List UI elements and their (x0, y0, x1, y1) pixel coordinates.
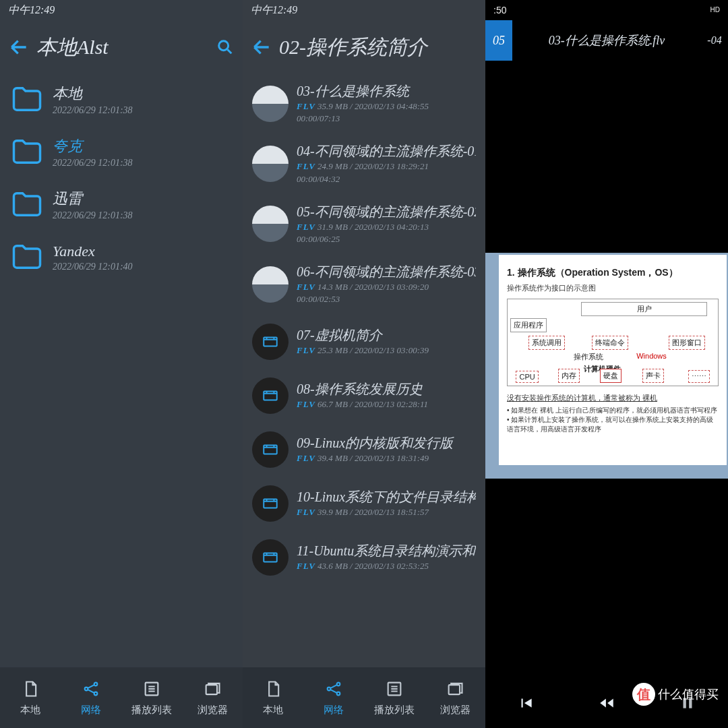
back-icon[interactable] (251, 36, 272, 58)
watermark-badge: 值 (632, 683, 655, 706)
tab-windows[interactable]: 浏览器 (425, 667, 485, 728)
video-title: 03-什么是操作系统 (297, 82, 476, 100)
search-icon[interactable] (216, 38, 235, 57)
tab-label: 网络 (81, 704, 101, 717)
page-title: 本地Alst (36, 34, 109, 61)
svg-point-12 (337, 682, 340, 686)
folder-name: 夸克 (53, 136, 233, 156)
video-row[interactable]: 07-虚拟机简介 FLV 25.3 MB / 2020/02/13 03:00:… (243, 315, 485, 369)
folder-list: 本地 2022/06/29 12:01:38 夸克 2022/06/29 12:… (0, 74, 243, 667)
tab-bar: 本地 网络 播放列表 浏览器 (243, 667, 485, 728)
video-meta: FLV 31.9 MB / 2020/02/13 04:20:1300:00/0… (297, 221, 476, 245)
svg-rect-8 (264, 445, 277, 454)
video-thumb (252, 539, 289, 576)
folder-date: 2022/06/29 12:01:40 (53, 262, 233, 272)
status-bar: 中午12:49 (243, 0, 485, 20)
folder-row[interactable]: 迅雷 2022/06/29 12:01:38 (0, 179, 243, 232)
doc-icon (264, 679, 282, 704)
tab-bar: 本地 网络 播放列表 浏览器 (0, 667, 243, 728)
folder-date: 2022/06/29 12:01:38 (53, 105, 233, 116)
svg-rect-7 (264, 391, 277, 400)
tab-label: 浏览器 (198, 704, 228, 717)
tab-share[interactable]: 网络 (303, 667, 364, 728)
video-row[interactable]: 06-不同领域的主流操作系统-03-嵌统 FLV 14.3 MB / 2020/… (243, 255, 485, 315)
status-bar: :50 HD (485, 0, 728, 20)
back-icon[interactable] (8, 36, 30, 58)
folder-row[interactable]: 夸克 2022/06/29 12:01:38 (0, 127, 243, 179)
svg-rect-15 (449, 685, 460, 694)
video-row[interactable]: 05-不同领域的主流操作系统-02-服统 FLV 31.9 MB / 2020/… (243, 195, 485, 255)
slide-note: 没有安装操作系统的计算机，通常被称为 裸机 (507, 393, 719, 403)
tab-label: 本地 (263, 704, 283, 717)
video-meta: FLV 66.7 MB / 2020/02/13 02:28:11 (297, 398, 476, 411)
video-thumb (252, 324, 289, 360)
svg-point-2 (94, 682, 98, 686)
video-player-pane: :50 HD 05 03-什么是操作系统.flv -04 1. 操作系统（Ope… (485, 0, 728, 728)
tab-label: 浏览器 (440, 704, 471, 717)
video-title: 05-不同领域的主流操作系统-02-服统 (297, 203, 476, 221)
watermark: 值 什么值得买 (628, 681, 723, 708)
tab-doc[interactable]: 本地 (0, 667, 61, 728)
svg-rect-9 (264, 499, 277, 508)
folder-name: 本地 (53, 84, 233, 104)
tab-windows[interactable]: 浏览器 (182, 667, 243, 728)
video-row[interactable]: 03-什么是操作系统 FLV 35.9 MB / 2020/02/13 04:4… (243, 74, 485, 134)
folder-row[interactable]: Yandex 2022/06/29 12:01:40 (0, 232, 243, 284)
video-thumb (252, 485, 289, 522)
video-title: 09-Linux的内核版和发行版 (297, 434, 476, 452)
time: :50 (493, 0, 506, 20)
tab-share[interactable]: 网络 (61, 667, 121, 728)
video-title: 11-Ubuntu系统目录结构演示和简介 (297, 542, 476, 560)
video-thumb (252, 266, 289, 303)
os-diagram: 用户 应用程序 系统调用 终端命令 图形窗口 操作系统 Windows 计算机硬… (507, 299, 719, 386)
windows-icon (446, 679, 464, 704)
header: 02-操作系统简介 (243, 20, 485, 74)
video-list: 03-什么是操作系统 FLV 35.9 MB / 2020/02/13 04:4… (243, 74, 485, 667)
tab-label: 播放列表 (374, 704, 415, 717)
svg-rect-6 (264, 337, 277, 346)
video-thumb (252, 431, 289, 468)
prev-track-icon[interactable] (517, 694, 535, 715)
tab-list[interactable]: 播放列表 (364, 667, 425, 728)
page-title: 02-操作系统简介 (279, 34, 427, 61)
video-frame[interactable]: 1. 操作系统（Operation System，OS） 操作系统作为接口的示意… (485, 253, 728, 479)
title-bar: 05 03-什么是操作系统.flv -04 (485, 20, 728, 61)
signal-icon: HD (710, 0, 720, 20)
header: 本地Alst (0, 20, 243, 74)
video-list-pane: 中午12:49 02-操作系统简介 03-什么是操作系统 FLV 35.9 MB… (243, 0, 485, 728)
tab-list[interactable]: 播放列表 (121, 667, 182, 728)
windows-icon (203, 679, 222, 704)
video-row[interactable]: 09-Linux的内核版和发行版 FLV 39.4 MB / 2020/02/1… (243, 423, 485, 477)
svg-point-3 (94, 692, 98, 695)
folder-name: Yandex (53, 243, 233, 260)
folder-date: 2022/06/29 12:01:38 (53, 210, 233, 221)
share-icon (324, 679, 343, 704)
next-video-tab[interactable]: -04 (701, 34, 728, 47)
video-row[interactable]: 04-不同领域的主流操作系统-01-桌 FLV 24.9 MB / 2020/0… (243, 134, 485, 194)
slide-content: 1. 操作系统（Operation System，OS） 操作系统作为接口的示意… (499, 255, 727, 465)
svg-point-13 (337, 692, 340, 695)
video-thumb (252, 377, 289, 414)
folder-pane: 中午12:49 本地Alst 本地 2022/06/29 12:01:38 夸克… (0, 0, 243, 728)
rewind-icon[interactable] (598, 694, 615, 715)
video-meta: FLV 39.9 MB / 2020/02/13 18:51:57 (297, 506, 476, 518)
svg-point-0 (219, 41, 229, 51)
tab-doc[interactable]: 本地 (243, 667, 303, 728)
slide-sub: 操作系统作为接口的示意图 (507, 283, 719, 293)
tab-label: 本地 (20, 704, 40, 717)
list-icon (385, 679, 404, 704)
video-title: 06-不同领域的主流操作系统-03-嵌统 (297, 263, 476, 281)
video-row[interactable]: 08-操作系统发展历史 FLV 66.7 MB / 2020/02/13 02:… (243, 369, 485, 423)
folder-name: 迅雷 (53, 189, 233, 209)
video-thumb (252, 86, 289, 122)
slide-bullet: • 如果计算机上安装了操作系统，就可以在操作系统上安装支持的高级语言环境，用高级… (507, 415, 719, 434)
video-meta: FLV 25.3 MB / 2020/02/13 03:00:39 (297, 344, 476, 357)
video-row[interactable]: 11-Ubuntu系统目录结构演示和简介 FLV 43.6 MB / 2020/… (243, 531, 485, 585)
video-row[interactable]: 10-Linux系统下的文件目录结构 FLV 39.9 MB / 2020/02… (243, 477, 485, 531)
list-icon (142, 679, 161, 704)
prev-video-tab[interactable]: 05 (485, 20, 512, 61)
now-playing-title: 03-什么是操作系统.flv (512, 32, 701, 49)
folder-row[interactable]: 本地 2022/06/29 12:01:38 (0, 74, 243, 127)
video-title: 08-操作系统发展历史 (297, 380, 476, 398)
svg-point-1 (85, 687, 88, 690)
